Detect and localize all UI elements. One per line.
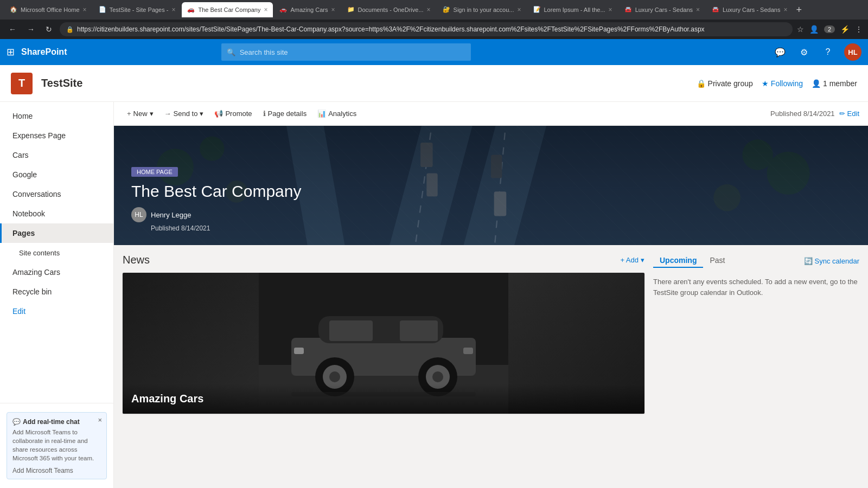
sidebar-item-expenses[interactable]: Expenses Page [0, 126, 113, 145]
page-details-button[interactable]: ℹ Page details [259, 105, 311, 123]
tab-luxury-cars-2[interactable]: 🚘 Luxury Cars - Sedans × [706, 2, 793, 17]
tab-signin[interactable]: 🔐 Sign in to your accou... × [437, 2, 527, 17]
news-header: News + Add ▾ [123, 254, 644, 266]
send-to-button[interactable]: → Send to ▾ [160, 105, 208, 123]
news-add-button[interactable]: + Add ▾ [620, 256, 644, 264]
tab-label: TestSite - Site Pages - [110, 7, 169, 13]
tab-close-icon[interactable]: × [696, 6, 700, 14]
back-button[interactable]: ← [5, 24, 20, 35]
tab-close-icon[interactable]: × [264, 6, 267, 14]
tab-favicon: 🚗 [279, 6, 287, 14]
tab-luxury-cars-1[interactable]: 🚘 Luxury Cars - Sedans × [619, 2, 705, 17]
user-avatar[interactable]: HL [844, 43, 861, 61]
tab-label: Luxury Cars - Sedans [723, 7, 780, 13]
sidebar-item-recycle-bin[interactable]: Recycle bin [0, 282, 113, 301]
svg-rect-7 [426, 173, 437, 196]
sharepoint-logo[interactable]: SharePoint [21, 47, 67, 57]
sidebar-item-conversations[interactable]: Conversations [0, 184, 113, 204]
new-button[interactable]: + New ▾ [123, 105, 158, 123]
forward-button[interactable]: → [24, 24, 38, 35]
chat-promo-description: Add Microsoft Teams to collaborate in re… [12, 428, 101, 463]
tab-amazing-cars[interactable]: 🚗 Amazing Cars × [274, 2, 340, 17]
search-icon: 🔍 [227, 48, 235, 56]
svg-rect-21 [400, 320, 438, 341]
person-icon: 👤 [812, 79, 821, 88]
chat-promo-box: × 💬 Add real-time chat Add Microsoft Tea… [7, 412, 107, 479]
promote-button[interactable]: 📢 Promote [210, 105, 256, 123]
svg-point-24 [329, 371, 340, 382]
tab-favicon: 🏠 [10, 6, 17, 14]
sidebar-item-home[interactable]: Home [0, 106, 113, 126]
sync-calendar-button[interactable]: 🔄 Sync calendar [804, 257, 859, 265]
tab-favicon: 📁 [347, 6, 355, 14]
tab-best-car-company[interactable]: 🚗 The Best Car Company × [182, 2, 273, 17]
add-teams-button[interactable]: Add Microsoft Teams [12, 467, 101, 474]
site-title: TestSite [41, 77, 82, 89]
news-card[interactable]: Amazing Cars [123, 273, 644, 414]
site-header-right: 🔒 Private group ★ Following 👤 1 member [697, 79, 857, 88]
sidebar-item-cars[interactable]: Cars [0, 145, 113, 165]
private-group-label: 🔒 Private group [697, 79, 753, 88]
bookmark-icon[interactable]: ☆ [797, 25, 804, 34]
tab-favicon: 🔐 [443, 6, 450, 14]
header-right: 💬 ⚙ ? HL [773, 43, 861, 61]
sidebar-item-edit[interactable]: Edit [0, 301, 113, 321]
tab-close-icon[interactable]: × [427, 6, 431, 14]
published-status: Published 8/14/2021 [770, 110, 835, 118]
tab-office-home[interactable]: 🏠 Microsoft Office Home × [4, 2, 92, 17]
tab-bar: 🏠 Microsoft Office Home × 📄 TestSite - S… [0, 0, 868, 20]
members-button[interactable]: 👤 1 member [812, 79, 857, 88]
tab-close-icon[interactable]: × [609, 6, 612, 14]
sidebar-item-notebook[interactable]: Notebook [0, 204, 113, 223]
tab-close-icon[interactable]: × [331, 6, 335, 14]
following-button[interactable]: ★ Following [762, 79, 803, 88]
analytics-button[interactable]: 📊 Analytics [313, 105, 361, 123]
incognito-badge: 2 [824, 25, 835, 33]
tab-close-icon[interactable]: × [83, 6, 87, 14]
address-bar[interactable]: 🔒 https://citizenbuilders.sharepoint.com… [60, 22, 793, 36]
new-dropdown-icon: ▾ [150, 110, 154, 118]
send-icon: → [164, 110, 171, 118]
star-icon: ★ [762, 79, 769, 88]
tab-lorem[interactable]: 📝 Lorem Ipsum - All the... × [528, 2, 618, 17]
settings-icon[interactable]: ⚙ [796, 44, 812, 60]
sidebar-item-amazing-cars[interactable]: Amazing Cars [0, 262, 113, 282]
svg-point-27 [432, 371, 443, 382]
tab-testsite-sitepages[interactable]: 📄 TestSite - Site Pages - × [93, 2, 181, 17]
tab-close-icon[interactable]: × [171, 6, 175, 14]
tab-favicon: 📄 [99, 6, 106, 14]
sidebar-item-site-contents[interactable]: Site contents [0, 243, 113, 262]
extensions-icon[interactable]: ⚡ [840, 25, 850, 34]
tab-label: Luxury Cars - Sedans [635, 7, 693, 13]
help-icon[interactable]: ? [820, 44, 835, 60]
edit-button[interactable]: ✏ Edit [839, 110, 859, 118]
tab-label: Documents - OneDrive... [358, 7, 424, 13]
chat-icon[interactable]: 💬 [773, 44, 788, 60]
sidebar-item-pages[interactable]: Pages [0, 223, 113, 243]
tab-onedrive[interactable]: 📁 Documents - OneDrive... × [342, 2, 436, 17]
news-add-icon: + Add [620, 256, 639, 264]
promote-icon: 📢 [214, 110, 223, 118]
events-tab-past[interactable]: Past [703, 254, 731, 268]
hero-author: HL Henry Legge [131, 207, 301, 222]
hero-content: HOME PAGE The Best Car Company HL Henry … [114, 166, 318, 245]
new-tab-button[interactable]: + [796, 4, 802, 16]
menu-icon[interactable]: ⋮ [855, 25, 863, 34]
reload-button[interactable]: ↻ [42, 24, 55, 35]
command-bar: + New ▾ → Send to ▾ 📢 Promote ℹ Page det… [114, 102, 868, 126]
chat-promo-close-button[interactable]: × [98, 416, 102, 424]
events-tab-upcoming[interactable]: Upcoming [653, 254, 703, 268]
app-launcher-icon[interactable]: ⊞ [7, 46, 15, 58]
news-section: News + Add ▾ [123, 254, 644, 414]
sidebar: Home Expenses Page Cars Google Conversat… [0, 102, 114, 488]
events-header: Upcoming Past 🔄 Sync calendar [653, 254, 859, 268]
author-name: Henry Legge [151, 211, 191, 219]
profile-icon[interactable]: 👤 [809, 25, 819, 34]
tab-close-icon[interactable]: × [783, 6, 787, 14]
svg-rect-9 [494, 191, 507, 216]
sidebar-item-google[interactable]: Google [0, 165, 113, 184]
tab-close-icon[interactable]: × [517, 6, 521, 14]
hero-title: The Best Car Company [131, 182, 301, 201]
svg-rect-29 [463, 348, 473, 354]
search-box[interactable]: 🔍 Search this site [221, 43, 471, 61]
